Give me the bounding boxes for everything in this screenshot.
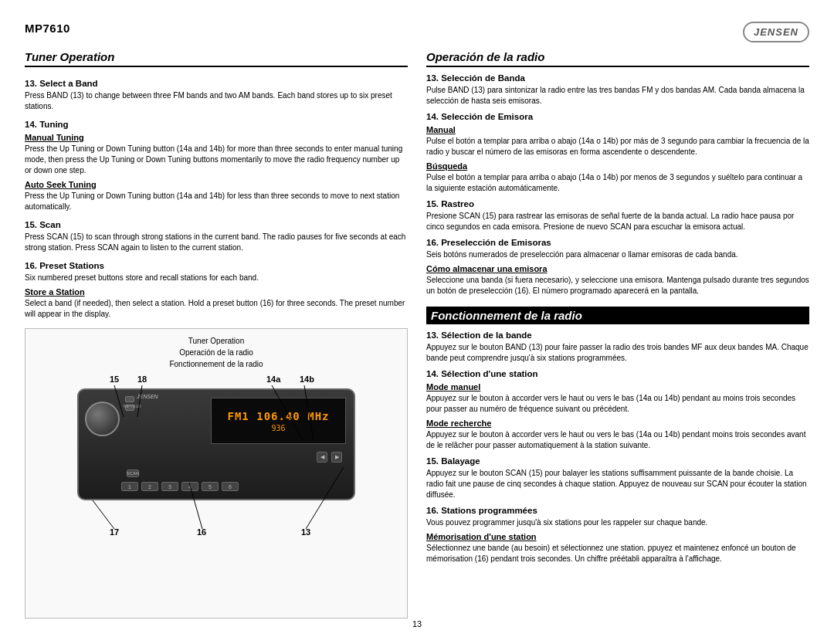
es-16-heading: 16. Preselección de Emisoras (426, 238, 809, 247)
fr-16-heading: 16. Stations programmées (426, 506, 809, 515)
section-14: 14. Tuning Manual Tuning Press the Up Tu… (25, 114, 408, 215)
es-15-heading: 15. Rastreo (426, 199, 809, 208)
radio-display: FM1 106.40 MHz 936 (211, 398, 346, 444)
es-14-busqueda-body: Pulse el botón a templar para arriba o a… (426, 172, 809, 194)
radio-body: JENSEN MP7610 FM1 106.40 MHz 936 1 2 3 (77, 388, 355, 500)
manual-tuning-body: Press the Up Tuning or Down Tuning butto… (25, 144, 408, 176)
auto-seek-label: Auto Seek Tuning (25, 180, 408, 189)
es-16-sub-body: Seleccione una banda (si fuera necesario… (426, 275, 809, 297)
fonctionnement-title: Fonctionnement de la radio (426, 307, 809, 324)
es-14-manual-body: Pulse el botón a templar para arriba o a… (426, 136, 809, 158)
left-column: Tuner Operation 13. Select a Band Press … (25, 50, 408, 619)
label-14b: 14b (300, 375, 314, 384)
jensen-logo: JENSEN (743, 22, 809, 42)
es-section-14: 14. Selección de Emisora Manual Pulse el… (426, 112, 809, 194)
fr-16-sub-body: Sélectionnez une bande (au besoin) et sé… (426, 543, 809, 564)
fr-14-mode-recherche-body: Appuyez sur le bouton à accorder vers le… (426, 429, 809, 451)
label-15: 15 (110, 375, 119, 384)
fr-14-mode-manuel-label: Mode manuel (426, 382, 809, 391)
freq-display: FM1 106.40 MHz (227, 410, 329, 422)
caption-line2: Operación de la radio (169, 347, 263, 358)
fr-13-heading: 13. Sélection de la bande (426, 330, 809, 340)
fr-14-mode-recherche-label: Mode recherche (426, 419, 809, 428)
header: MP7610 JENSEN (25, 22, 809, 42)
es-16-sub-label: Cómo almacenar una emisora (426, 264, 809, 273)
fr-section-13: 13. Sélection de la bande Appuyez sur le… (426, 330, 809, 364)
es-15-body: Presione SCAN (15) para rastrear las emi… (426, 211, 809, 232)
fr-14-mode-manuel-body: Appuyez sur le bouton à accorder vers le… (426, 393, 809, 415)
section-15: 15. Scan Press SCAN (15) to scan through… (25, 215, 408, 256)
diagram-box: Tuner Operation Operación de la radio Fo… (25, 328, 408, 619)
es-section-15: 15. Rastreo Presione SCAN (15) para rast… (426, 199, 809, 232)
scan-button: SCAN (127, 469, 139, 477)
fr-section-14: 14. Sélection d'une station Mode manuel … (426, 369, 809, 451)
auto-seek-body: Press the Up Tuning or Down Tuning butto… (25, 191, 408, 212)
es-section-13: 13. Selección de Banda Pulse BAND (13) p… (426, 73, 809, 107)
fr-section-15: 15. Balayage Appuyez sur le bouton SCAN … (426, 456, 809, 500)
fonctionnement-section: Fonctionnement de la radio 13. Sélection… (426, 307, 809, 567)
es-14-manual-label: Manual (426, 125, 809, 134)
section-14-heading: 14. Tuning (25, 120, 408, 129)
right-column: Operación de la radio 13. Selección de B… (426, 50, 809, 619)
store-station-label: Store a Station (25, 287, 408, 297)
es-14-heading: 14. Selección de Emisora (426, 112, 809, 121)
main-knob (85, 402, 120, 436)
tuner-operation-title: Tuner Operation (25, 50, 408, 67)
model-label-small: MP7610 (124, 404, 141, 408)
sub-display: 936 (271, 424, 285, 432)
fr-section-16: 16. Stations programmées Vous pouvez pro… (426, 506, 809, 564)
columns: Tuner Operation 13. Select a Band Press … (25, 50, 809, 619)
label-16: 16 (197, 527, 206, 537)
fr-16-body: Vous pouvez programmer jusqu'à six stati… (426, 517, 809, 528)
fr-13-body: Appuyez sur le bouton BAND (13) pour fai… (426, 342, 809, 364)
svg-line-4 (93, 500, 114, 529)
section-13-body: Press BAND (13) to change between three … (25, 90, 408, 112)
es-16-body: Seis botóns numerados de preselección pa… (426, 249, 809, 260)
preset-buttons: 1 2 3 4 5 6 (121, 482, 239, 491)
section-16: 16. Preset Stations Six numbered preset … (25, 256, 408, 322)
fr-16-sub-label: Mémorisation d'une station (426, 532, 809, 541)
caption-line1: Tuner Operation (169, 335, 263, 347)
es-14-busqueda-label: Búsqueda (426, 161, 809, 171)
fr-15-body: Appuyez sur le bouton SCAN (15) pour bal… (426, 468, 809, 500)
label-18: 18 (137, 375, 147, 384)
operacion-title: Operación de la radio (426, 50, 809, 67)
section-13: 13. Select a Band Press BAND (13) to cha… (25, 73, 408, 114)
store-station-body: Select a band (if needed), then select a… (25, 298, 408, 320)
operacion-section: Operación de la radio 13. Selección de B… (426, 50, 809, 299)
page-number: 13 (412, 619, 422, 629)
section-15-heading: 15. Scan (25, 220, 408, 229)
label-13: 13 (301, 527, 310, 537)
tuning-buttons: ◀ ▶ (317, 452, 342, 463)
section-16-heading: 16. Preset Stations (25, 261, 408, 270)
page: MP7610 JENSEN Tuner Operation 13. Select… (0, 0, 834, 644)
caption-line3: Fonctionnement de la radio (169, 358, 263, 370)
section-13-heading: 13. Select a Band (25, 79, 408, 88)
fr-14-heading: 14. Sélection d'une station (426, 369, 809, 378)
es-section-16: 16. Preselección de Emisoras Seis botóns… (426, 238, 809, 297)
fr-15-heading: 15. Balayage (426, 456, 809, 466)
es-13-heading: 13. Selección de Banda (426, 73, 809, 83)
section-15-body: Press SCAN (15) to scan through strong s… (25, 232, 408, 253)
image-caption: Tuner Operation Operación de la radio Fo… (169, 335, 263, 370)
manual-tuning-label: Manual Tuning (25, 133, 408, 142)
model-number: MP7610 (25, 22, 70, 35)
brand-label: JENSEN (137, 394, 158, 399)
es-13-body: Pulse BAND (13) para sintonizar la radio… (426, 85, 809, 107)
label-17: 17 (110, 527, 119, 537)
section-16-body: Six numbered preset buttons store and re… (25, 273, 408, 283)
diagram-wrapper: 15 18 14a 14b JENSEN (70, 375, 363, 537)
label-14a: 14a (266, 375, 280, 384)
